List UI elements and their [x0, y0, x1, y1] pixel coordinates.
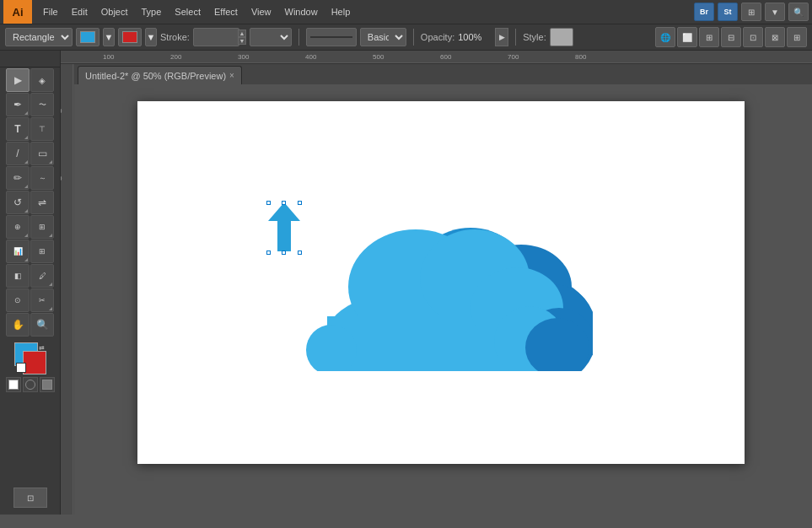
canvas-scroll-area[interactable] — [74, 84, 812, 515]
fill-color-btn[interactable] — [76, 28, 99, 46]
stroke-width-input[interactable] — [193, 28, 239, 46]
artboard[interactable] — [137, 101, 745, 464]
zoom-tool[interactable]: 🔍 — [30, 313, 54, 337]
type-tool[interactable]: T — [6, 117, 30, 141]
tool-tri-6 — [24, 209, 28, 213]
menu-help[interactable]: Help — [325, 5, 357, 19]
behind-mode-btn[interactable] — [23, 377, 38, 392]
document-tab[interactable]: Untitled-2* @ 50% (RGB/Preview) × — [78, 66, 242, 84]
opacity-expand[interactable]: ▶ — [495, 28, 508, 46]
line-style-preview[interactable] — [306, 28, 357, 46]
svg-text:100: 100 — [61, 107, 62, 115]
color-squares: ⇄ — [14, 342, 46, 374]
pen-tool[interactable]: ✒ — [6, 93, 30, 116]
fill-swatch — [80, 31, 95, 43]
workspace-btn[interactable]: ⊞ — [741, 3, 761, 21]
touch-type-icon: ⊤ — [39, 125, 46, 133]
warp-tool[interactable]: ⊕ — [6, 215, 30, 239]
svg-text:800: 800 — [575, 53, 587, 61]
reflect-icon: ⇌ — [38, 197, 46, 208]
stroke-color-btn[interactable] — [118, 28, 142, 46]
align-btn-2[interactable]: ⊟ — [721, 27, 741, 47]
normal-mode-btn[interactable] — [6, 377, 21, 392]
change-screen-btn[interactable]: ⊡ — [13, 488, 47, 508]
pencil-tool[interactable]: ✏ — [6, 166, 30, 190]
stroke-up[interactable]: ▲ — [238, 30, 246, 37]
cloud-svg — [306, 186, 593, 371]
menu-object[interactable]: Object — [95, 5, 134, 19]
menu-window[interactable]: Window — [279, 5, 324, 19]
view-mode-row — [6, 377, 55, 392]
handle-tm — [282, 201, 286, 205]
ruler-marks: 100 200 300 400 500 600 700 800 — [61, 51, 812, 63]
tool-tri — [24, 111, 28, 115]
fill-arrow[interactable]: ▼ — [103, 28, 115, 46]
workspace-dropdown[interactable]: ▼ — [765, 3, 785, 21]
tab-close-btn[interactable]: × — [229, 71, 234, 80]
curvature-tool[interactable]: 〜 — [30, 93, 54, 116]
stroke-type-select[interactable] — [250, 28, 292, 46]
opacity-mode-btn[interactable] — [40, 377, 55, 392]
style-swatch[interactable] — [550, 28, 573, 46]
rect-tool[interactable]: ▭ — [30, 142, 54, 165]
rotate-icon: ↺ — [13, 197, 22, 208]
tool-row-2: ✒ 〜 — [6, 93, 54, 116]
blend-icon: ⊙ — [14, 296, 21, 304]
stroke-color[interactable] — [23, 351, 46, 374]
svg-marker-12 — [268, 202, 300, 251]
align-btn-3[interactable]: ⊡ — [743, 27, 763, 47]
line-tool[interactable]: / — [6, 142, 30, 165]
rotate-tool[interactable]: ↺ — [6, 191, 30, 214]
color-reset-btn[interactable] — [16, 363, 26, 373]
stock-btn[interactable]: St — [718, 3, 738, 21]
reflect-tool[interactable]: ⇌ — [30, 191, 54, 214]
arrange-btn[interactable]: ⊞ — [787, 27, 807, 47]
direct-select-tool[interactable]: ◈ — [30, 68, 54, 92]
menu-type[interactable]: Type — [136, 5, 168, 19]
menu-view[interactable]: View — [245, 5, 277, 19]
scissors-icon: ✂ — [39, 296, 46, 304]
tool-tri-7 — [24, 234, 28, 237]
bridge-btn[interactable]: Br — [694, 3, 714, 21]
blend-tool[interactable]: ⊙ — [6, 288, 30, 312]
gradient-tool[interactable]: ◧ — [6, 264, 30, 288]
tab-title: Untitled-2* @ 50% (RGB/Preview) — [85, 71, 226, 81]
tool-tri-11 — [49, 307, 52, 310]
tool-row-6: ↺ ⇌ — [6, 191, 54, 214]
stroke-spinners: ▲ ▼ — [238, 30, 246, 45]
symbol-spray-tool[interactable]: ⊞ — [30, 215, 54, 239]
menu-edit[interactable]: Edit — [66, 5, 94, 19]
smooth-tool[interactable]: ～ — [30, 166, 54, 190]
menu-select[interactable]: Select — [169, 5, 207, 19]
select-tool[interactable]: ▶ — [6, 68, 30, 92]
stroke-down[interactable]: ▼ — [238, 37, 246, 45]
arrow-element[interactable] — [268, 202, 300, 253]
cloud-element[interactable] — [306, 186, 593, 373]
direct-select-icon: ◈ — [39, 76, 46, 85]
hand-tool[interactable]: ✋ — [6, 313, 30, 337]
globe-icon-btn[interactable]: 🌐 — [655, 27, 675, 47]
shape-selector[interactable]: Rectangle — [5, 28, 73, 46]
column-graph-tool[interactable]: 📊 — [6, 240, 30, 263]
mesh-tool[interactable]: ⊞ — [30, 240, 54, 263]
artboard-icon-btn[interactable]: ⬜ — [677, 27, 697, 47]
line-style-select[interactable]: Basic — [360, 28, 406, 46]
eyedropper-tool[interactable]: 🖊 — [30, 264, 54, 288]
horizontal-ruler: 100 200 300 400 500 600 700 800 — [61, 51, 812, 64]
handle-tr — [298, 201, 302, 205]
scissors-tool[interactable]: ✂ — [30, 288, 54, 312]
svg-text:500: 500 — [373, 53, 384, 61]
stroke-arrow[interactable]: ▼ — [145, 28, 157, 46]
type-icon: T — [14, 123, 20, 135]
app-logo: Ai — [3, 0, 32, 24]
divider-3 — [515, 29, 516, 46]
menu-effect[interactable]: Effect — [208, 5, 244, 19]
align-btn-4[interactable]: ⊠ — [765, 27, 785, 47]
align-btn-1[interactable]: ⊞ — [699, 27, 719, 47]
color-swap-btn[interactable]: ⇄ — [39, 344, 45, 352]
vertical-ruler: 100 200 — [61, 64, 74, 515]
touch-type-tool[interactable]: ⊤ — [30, 117, 54, 141]
search-btn[interactable]: 🔍 — [788, 3, 809, 21]
divider-2 — [413, 29, 414, 46]
menu-file[interactable]: File — [37, 5, 64, 19]
